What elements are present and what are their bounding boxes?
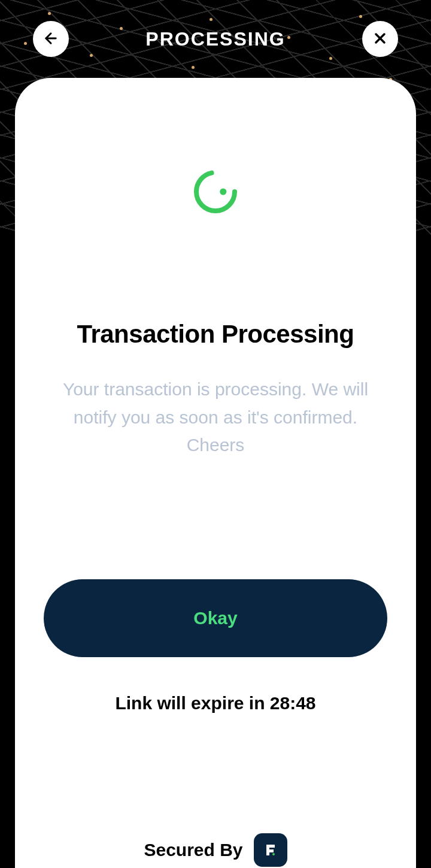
spinner-container <box>192 168 239 218</box>
secured-by: Secured By <box>144 833 287 867</box>
svg-point-5 <box>272 853 275 855</box>
header: PROCESSING <box>0 0 431 78</box>
processing-card: Transaction Processing Your transaction … <box>15 78 416 868</box>
svg-point-4 <box>220 188 226 195</box>
header-title: PROCESSING <box>145 28 285 50</box>
back-button[interactable] <box>33 21 69 57</box>
close-icon <box>372 30 388 49</box>
expire-timer: 28:48 <box>270 693 316 713</box>
card-title: Transaction Processing <box>77 320 354 349</box>
okay-button[interactable]: Okay <box>44 579 387 657</box>
expire-notice: Link will expire in 28:48 <box>115 693 315 713</box>
card-subtitle: Your transaction is processing. We will … <box>54 376 377 459</box>
secured-label: Secured By <box>144 840 242 860</box>
arrow-left-icon <box>43 30 59 49</box>
close-button[interactable] <box>362 21 398 57</box>
loading-spinner-icon <box>192 207 239 217</box>
expire-prefix: Link will expire in <box>115 693 269 713</box>
brand-logo-icon <box>254 833 287 867</box>
svg-point-3 <box>196 173 235 211</box>
